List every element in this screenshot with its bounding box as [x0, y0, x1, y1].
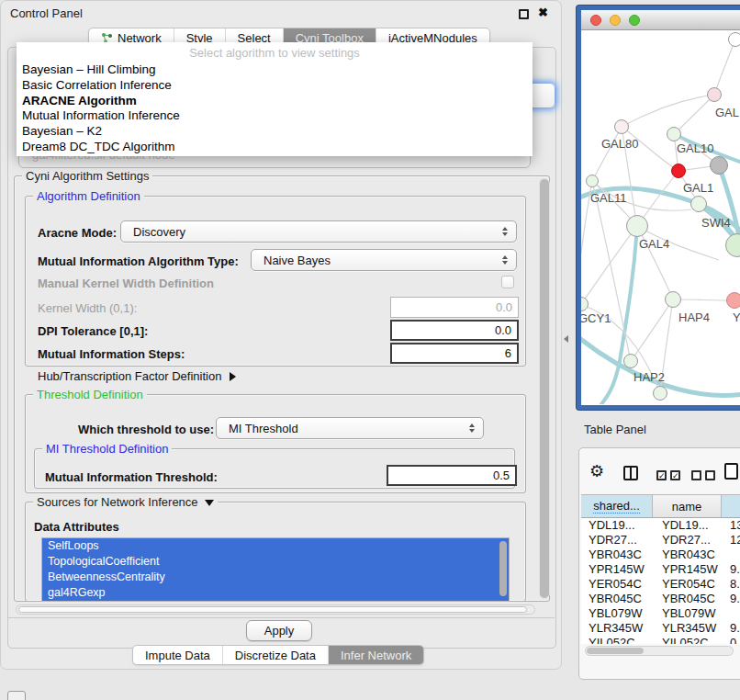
zoom-traffic-light[interactable] [629, 15, 640, 26]
algorithm-dropdown-placeholder: Select algorithm to view settings [17, 42, 533, 62]
column-header-name[interactable]: name [653, 494, 722, 518]
hub-definition-label: Hub/Transcription Factor Definition [38, 369, 221, 383]
table-row[interactable]: YIL052CYIL052C0. [581, 636, 740, 644]
algorithm-option[interactable]: Bayesian – Hill Climbing [17, 62, 533, 78]
node-gal80[interactable] [614, 119, 629, 134]
scrollbar-thumb[interactable] [540, 179, 549, 598]
close-panel-icon[interactable]: ✖ [538, 6, 548, 19]
node-gal-pink[interactable] [707, 87, 722, 102]
unchecked-checkbox-icon[interactable] [691, 470, 701, 480]
data-attributes-list[interactable]: SelfLoops TopologicalCoefficient Between… [41, 537, 510, 602]
page-icon[interactable] [724, 463, 738, 480]
tab-label: Infer Network [341, 646, 411, 665]
group-title: MI Threshold Definition [42, 442, 172, 456]
scrollbar-thumb[interactable] [18, 606, 527, 613]
column-header-label: name [672, 500, 702, 514]
attribute-item-selected[interactable]: gal4RGexp [42, 585, 509, 601]
network-view-window: GAL GAL80 GAL10 GAL1 GAL11 SWI4 GAL4 GCY… [577, 6, 740, 410]
table-row[interactable]: YBR045CYBR045C9. [581, 592, 740, 606]
which-threshold-select[interactable]: MI Threshold [216, 417, 484, 439]
cell-value: 8. [730, 577, 740, 592]
collapsed-panel-button[interactable] [7, 691, 26, 700]
float-window-icon[interactable] [519, 9, 529, 19]
tab-infer-network[interactable]: Infer Network [328, 646, 423, 664]
algorithm-option-selected[interactable]: ARACNE Algorithm [17, 94, 533, 109]
column-header-shared-name[interactable]: shared... [581, 494, 653, 518]
application-workspace: Control Panel ✖ Network Style Select Cyn… [0, 0, 740, 700]
attribute-item-selected[interactable]: BetweennessCentrality [42, 570, 509, 585]
node-swi4[interactable] [690, 196, 707, 212]
table-horizontal-scrollbar[interactable] [585, 646, 734, 656]
checked-checkbox-icon[interactable]: ✓ [656, 470, 667, 480]
table-row[interactable]: YER054CYER054C8. [581, 577, 740, 592]
hub-definition-toggle[interactable]: Hub/Transcription Factor Definition [38, 369, 236, 383]
attribute-item-selected[interactable]: SelfLoops [42, 538, 509, 554]
algorithm-option[interactable]: Bayesian – K2 [17, 124, 533, 140]
node-label: GAL [715, 106, 739, 119]
node-table[interactable]: YDL19...YDL19...13 YDR27...YDR27...12 YB… [581, 518, 740, 644]
node-bottom-green[interactable] [653, 386, 667, 401]
table-row[interactable]: YBR043CYBR043C [581, 548, 740, 562]
node-label: Y [733, 310, 740, 324]
manual-kernel-width-checkbox[interactable] [501, 276, 514, 288]
network-window-titlebar[interactable] [581, 10, 740, 30]
table-row[interactable]: YDR27...YDR27...12 [581, 533, 740, 548]
control-panel: Control Panel ✖ Network Style Select Cyn… [0, 0, 562, 670]
chevron-right-icon [230, 372, 236, 381]
settings-horizontal-scrollbar[interactable] [16, 604, 535, 615]
minimize-traffic-light[interactable] [610, 15, 621, 26]
mi-algorithm-type-select[interactable]: Naive Bayes [251, 249, 517, 271]
aracne-mode-value: Discovery [133, 225, 185, 239]
node-label: GAL10 [677, 141, 713, 155]
cell-name: YER054C [662, 577, 715, 592]
node-gray[interactable] [710, 156, 728, 175]
scrollbar-thumb[interactable] [587, 648, 644, 654]
cyni-bottom-tabbar: Impute Data Discretize Data Infer Networ… [132, 645, 424, 665]
columns-icon[interactable] [623, 466, 638, 480]
table-row[interactable]: YPR145WYPR145W9. [581, 562, 740, 577]
settings-vertical-scrollbar[interactable] [539, 178, 550, 599]
attribute-item-selected[interactable]: TopologicalCoefficient [42, 554, 509, 570]
node-gal4[interactable] [626, 215, 648, 237]
apply-button[interactable]: Apply [246, 620, 312, 641]
tab-impute-data[interactable]: Impute Data [133, 646, 222, 664]
cell-value: 0. [730, 636, 740, 644]
node-unnamed[interactable] [728, 32, 740, 47]
tab-discretize-data[interactable]: Discretize Data [222, 646, 328, 664]
node-gal11[interactable] [586, 175, 599, 187]
node-gal10[interactable] [667, 127, 681, 141]
tab-label: Impute Data [145, 646, 210, 665]
algorithm-option[interactable]: Basic Correlation Inference [17, 78, 533, 94]
close-traffic-light[interactable] [590, 15, 601, 26]
node-gal1-red[interactable] [671, 164, 686, 178]
table-row[interactable]: YDL19...YDL19...13 [581, 518, 740, 533]
cell-shared-name: YBR045C [589, 592, 642, 606]
mi-steps-input[interactable]: 6 [390, 343, 519, 364]
node-hap2[interactable] [623, 354, 638, 368]
sources-toggle[interactable]: Sources for Network Inference [33, 495, 218, 509]
apply-button-label: Apply [264, 624, 295, 638]
gear-icon[interactable]: ⚙ [589, 463, 604, 480]
node-salmon[interactable] [726, 292, 740, 309]
checked-checkbox-icon[interactable]: ✓ [670, 470, 680, 480]
algorithm-option[interactable]: Dream8 DC_TDC Algorithm [17, 140, 533, 155]
column-header-extra[interactable] [722, 494, 740, 518]
unchecked-checkbox-icon[interactable] [705, 470, 715, 480]
dpi-tolerance-value: 0.0 [495, 323, 511, 337]
list-scrollbar-thumb[interactable] [499, 541, 507, 596]
algorithm-option[interactable]: Mutual Information Inference [17, 108, 533, 124]
panel-sash-handle[interactable] [564, 335, 568, 343]
kernel-width-input[interactable]: 0.0 [390, 297, 519, 318]
aracne-mode-select[interactable]: Discovery [120, 220, 517, 243]
stepper-arrows-icon [502, 227, 508, 236]
table-row[interactable]: YBL079WYBL079W [581, 606, 740, 621]
which-threshold-value: MI Threshold [229, 422, 298, 435]
mi-threshold-input[interactable]: 0.5 [387, 465, 517, 486]
node-hap4[interactable] [665, 291, 681, 308]
network-canvas[interactable]: GAL GAL80 GAL10 GAL1 GAL11 SWI4 GAL4 GCY… [581, 30, 740, 404]
mi-steps-label: Mutual Information Steps: [38, 347, 185, 361]
dpi-tolerance-input[interactable]: 0.0 [390, 320, 519, 341]
sources-title: Sources for Network Inference [37, 495, 198, 509]
table-row[interactable]: YLR345WYLR345W9. [581, 621, 740, 636]
node-label: HAP2 [633, 370, 665, 384]
